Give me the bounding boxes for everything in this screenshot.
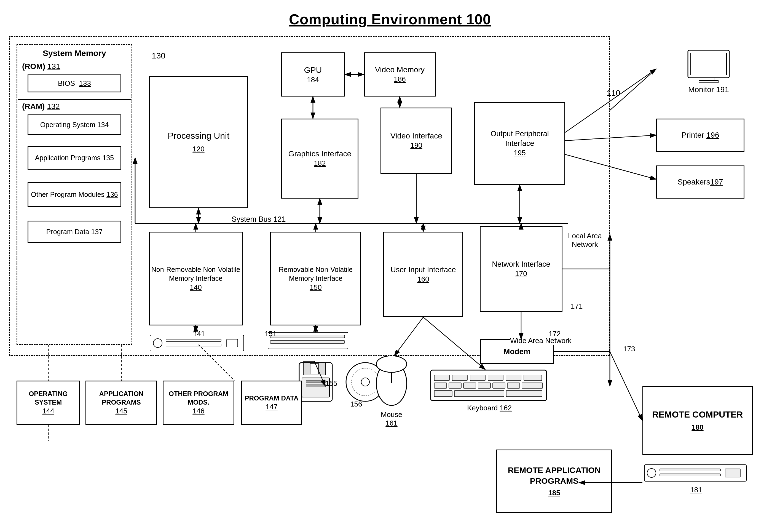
other-bottom-box: OTHER PROGRAM MODS. 146 [163,381,234,425]
svg-rect-31 [434,383,447,388]
svg-rect-36 [507,383,520,388]
network-interface-box: Network Interface 170 [480,226,563,311]
svg-rect-8 [227,339,238,347]
svg-rect-10 [270,335,345,338]
processing-unit-box: Processing Unit 120 [149,76,248,208]
remote-hdd-area: 181 [644,463,748,494]
svg-rect-39 [454,390,504,397]
svg-rect-33 [464,383,476,388]
label-172: 172 [549,330,560,338]
svg-rect-35 [493,383,505,388]
video-memory-box: Video Memory 186 [364,52,436,97]
svg-rect-32 [449,383,461,388]
mouse-icon [374,356,409,408]
label-130: 130 [152,51,165,60]
output-peripheral-box: Output Peripheral Interface 195 [474,102,565,185]
svg-point-5 [153,339,162,347]
video-interface-box: Video Interface 190 [381,107,452,174]
svg-rect-3 [699,81,718,83]
disk-drive-icon [267,331,350,352]
svg-rect-44 [660,474,721,476]
svg-rect-40 [506,390,542,397]
page-title: Computing Environment 100 [0,0,780,28]
wide-area-label: Wide Area Network [510,336,572,345]
os-bottom-box: OPERATING SYSTEM 144 [16,381,80,425]
svg-point-42 [647,469,656,477]
svg-rect-26 [452,375,467,381]
data-bottom-box: PROGRAM DATA 147 [241,381,302,425]
application-programs-box: Application Programs 135 [28,146,121,170]
svg-rect-28 [488,375,503,381]
remote-computer-box: REMOTE COMPUTER 180 [642,386,753,455]
keyboard-area: Keyboard 162 [430,370,549,412]
mouse-area: Mouse 161 [374,356,409,428]
svg-rect-25 [434,375,449,381]
svg-rect-27 [470,375,485,381]
other-program-modules-box: Other Program Modules 136 [28,182,121,207]
svg-rect-17 [306,385,325,387]
svg-rect-30 [524,375,542,381]
non-removable-box: Non-Removable Non-Volatile Memory Interf… [149,232,243,326]
svg-rect-14 [310,364,319,374]
system-memory-label: System Memory [43,48,106,58]
monitor-box: Monitor 191 [656,40,761,103]
label-141: 141 [193,330,205,338]
rom-label: (ROM) 131 [22,62,60,71]
svg-rect-38 [434,390,452,397]
keyboard-icon [430,370,549,403]
removable-box: Removable Non-Volatile Memory Interface … [270,232,361,326]
label-156: 156 [350,400,362,408]
speakers-box: Speakers197 [656,165,744,199]
ram-label: (RAM) 132 [22,102,60,111]
svg-rect-2 [703,78,714,81]
svg-rect-34 [478,383,490,388]
svg-rect-43 [660,469,721,471]
user-input-box: User Input Interface 160 [383,232,463,317]
svg-rect-45 [725,469,740,477]
monitor-icon [687,49,731,85]
svg-rect-6 [166,339,221,341]
remote-app-box: REMOTE APPLICATION PROGRAMS 185 [496,449,612,513]
local-area-label: Local AreaNetwork [568,232,602,249]
svg-rect-1 [691,53,727,75]
svg-rect-16 [306,381,325,383]
label-155: 155 [325,379,337,388]
bios-box: BIOS 133 [28,75,121,92]
svg-rect-7 [166,344,221,346]
operating-system-box: Operating System 134 [28,114,121,135]
svg-point-19 [361,378,370,386]
label-151: 151 [265,330,277,338]
app-bottom-box: APPLICATION PROGRAMS 145 [86,381,157,425]
svg-rect-11 [270,341,345,343]
svg-rect-29 [506,375,521,381]
label-110: 110 [606,88,620,98]
disk-label [267,331,350,353]
graphics-interface-box: Graphics Interface 182 [281,118,358,199]
printer-box: Printer 196 [656,118,744,152]
program-data-box: Program Data 137 [28,221,121,243]
system-bus-label: System Bus 121 [232,215,286,224]
svg-line-78 [610,352,642,421]
remote-hdd-icon [644,463,748,484]
label-173: 173 [623,345,635,353]
diagram: Computing Environment 100 System Memory … [0,0,780,532]
system-memory-divider [18,99,131,100]
label-171: 171 [571,302,583,310]
gpu-box: GPU 184 [281,52,345,97]
svg-point-23 [376,356,407,372]
svg-rect-37 [522,383,543,388]
